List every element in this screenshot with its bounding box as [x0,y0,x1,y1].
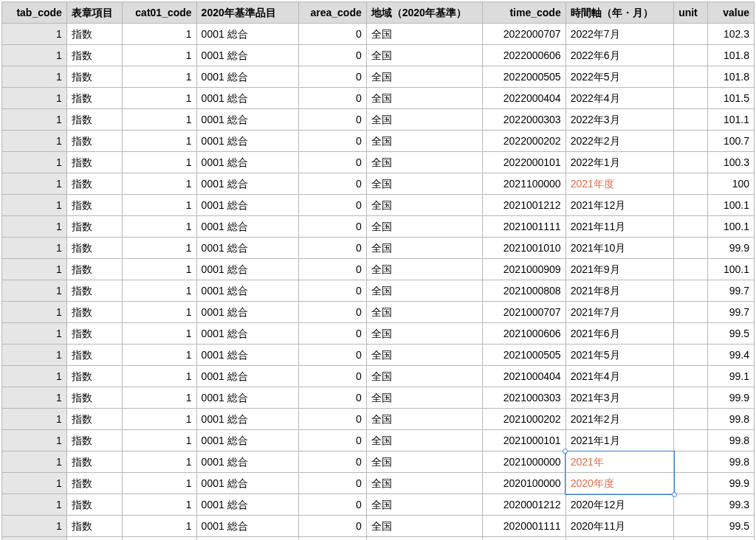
cell-hinmoku[interactable]: 0001 総合 [196,387,298,409]
cell-tab_code[interactable]: 1 [2,152,67,173]
cell-cat01_code[interactable]: 1 [123,409,196,430]
cell-unit[interactable] [674,280,708,302]
cell-time[interactable]: 2021年9月 [566,259,673,280]
cell-tab_code[interactable]: 1 [2,259,67,280]
cell-chiiki[interactable]: 全国 [366,451,482,473]
cell-hyosho[interactable]: 指数 [66,216,122,238]
cell-chiiki[interactable]: 全国 [366,173,482,195]
cell-hinmoku[interactable]: 0001 総合 [196,195,298,216]
cell-tab_code[interactable]: 1 [2,409,67,430]
cell-tab_code[interactable]: 1 [2,366,67,387]
cell-time[interactable]: 2021年7月 [566,302,673,323]
cell-time_code[interactable]: 2021000404 [482,366,566,387]
table-row[interactable]: 1指数10001 総合0全国20210001012021年1月99.8 [2,430,755,451]
cell-value[interactable]: 99.7 [708,280,755,302]
cell-hinmoku[interactable]: 0001 総合 [196,66,298,88]
col-header-hinmoku[interactable]: 2020年基準品目 [196,2,298,24]
cell-tab_code[interactable]: 1 [2,323,67,345]
cell-time[interactable]: 2021年12月 [566,195,673,216]
cell-tab_code[interactable]: 1 [2,173,67,195]
cell-hinmoku[interactable]: 0001 総合 [196,280,298,302]
cell-unit[interactable] [674,173,708,195]
cell-unit[interactable] [674,216,708,238]
cell-tab_code[interactable]: 1 [2,537,67,541]
cell-unit[interactable] [674,195,708,216]
cell-time[interactable]: 2021年10月 [566,238,673,259]
table-row[interactable]: 1指数10001 総合0全国20200012122020年12月99.3 [2,494,755,516]
cell-time_code[interactable]: 2021000909 [482,259,566,280]
cell-hinmoku[interactable]: 0001 総合 [196,451,298,473]
cell-cat01_code[interactable]: 1 [123,216,196,238]
cell-value[interactable]: 99.9 [708,473,755,494]
cell-tab_code[interactable]: 1 [2,195,67,216]
cell-cat01_code[interactable]: 1 [123,173,196,195]
cell-time_code[interactable]: 2022000606 [482,45,566,66]
cell-value[interactable]: 99.8 [708,537,755,541]
cell-value[interactable]: 100.3 [708,152,755,173]
cell-hinmoku[interactable]: 0001 総合 [196,323,298,345]
cell-area_code[interactable]: 0 [298,430,366,451]
cell-time[interactable]: 2020年10月 [566,537,673,541]
cell-cat01_code[interactable]: 1 [123,195,196,216]
cell-hyosho[interactable]: 指数 [66,88,122,109]
cell-unit[interactable] [674,537,708,541]
cell-time_code[interactable]: 2022000202 [482,131,566,152]
cell-unit[interactable] [674,45,708,66]
cell-time_code[interactable]: 2021100000 [482,173,566,195]
cell-hyosho[interactable]: 指数 [66,152,122,173]
cell-cat01_code[interactable]: 1 [123,430,196,451]
cell-time[interactable]: 2022年5月 [566,66,673,88]
cell-hyosho[interactable]: 指数 [66,259,122,280]
table-row[interactable]: 1指数10001 総合0全国20200011112020年11月99.5 [2,516,755,537]
cell-unit[interactable] [674,345,708,366]
table-row[interactable]: 1指数10001 総合0全国20210005052021年5月99.4 [2,345,755,366]
cell-time[interactable]: 2022年7月 [566,24,673,45]
cell-time[interactable]: 2021年11月 [566,216,673,238]
cell-unit[interactable] [674,152,708,173]
cell-area_code[interactable]: 0 [298,131,366,152]
cell-cat01_code[interactable]: 1 [123,88,196,109]
cell-hyosho[interactable]: 指数 [66,24,122,45]
cell-unit[interactable] [674,494,708,516]
cell-chiiki[interactable]: 全国 [366,195,482,216]
cell-value[interactable]: 99.8 [708,409,755,430]
table-row[interactable]: 1指数10001 総合0全国20220005052022年5月101.8 [2,66,755,88]
cell-unit[interactable] [674,109,708,131]
cell-value[interactable]: 101.5 [708,88,755,109]
cell-chiiki[interactable]: 全国 [366,430,482,451]
cell-time[interactable]: 2022年2月 [566,131,673,152]
cell-value[interactable]: 99.9 [708,238,755,259]
table-row[interactable]: 1指数10001 総合0全国20210003032021年3月99.9 [2,387,755,409]
cell-value[interactable]: 99.5 [708,516,755,537]
table-body[interactable]: 1指数10001 総合0全国20220007072022年7月102.31指数1… [2,24,755,541]
cell-time[interactable]: 2021年1月 [566,430,673,451]
table-row[interactable]: 1指数10001 総合0全国20220001012022年1月100.3 [2,152,755,173]
cell-unit[interactable] [674,430,708,451]
cell-area_code[interactable]: 0 [298,24,366,45]
cell-cat01_code[interactable]: 1 [123,451,196,473]
cell-time[interactable]: 2021年4月 [566,366,673,387]
cell-tab_code[interactable]: 1 [2,451,67,473]
cell-cat01_code[interactable]: 1 [123,259,196,280]
cell-hyosho[interactable]: 指数 [66,45,122,66]
cell-unit[interactable] [674,131,708,152]
cell-hyosho[interactable]: 指数 [66,516,122,537]
cell-value[interactable]: 99.7 [708,302,755,323]
col-header-tab_code[interactable]: tab_code [2,2,67,24]
cell-time[interactable]: 2020年11月 [566,516,673,537]
cell-area_code[interactable]: 0 [298,302,366,323]
cell-area_code[interactable]: 0 [298,345,366,366]
cell-area_code[interactable]: 0 [298,45,366,66]
cell-unit[interactable] [674,409,708,430]
cell-value[interactable]: 100 [708,173,755,195]
cell-tab_code[interactable]: 1 [2,66,67,88]
cell-tab_code[interactable]: 1 [2,280,67,302]
cell-area_code[interactable]: 0 [298,494,366,516]
cell-value[interactable]: 99.3 [708,494,755,516]
cell-time_code[interactable]: 2021000606 [482,323,566,345]
cell-time_code[interactable]: 2021000303 [482,387,566,409]
cell-area_code[interactable]: 0 [298,109,366,131]
table-row[interactable]: 1指数10001 総合0全国20210007072021年7月99.7 [2,302,755,323]
cell-time_code[interactable]: 2021000808 [482,280,566,302]
cell-chiiki[interactable]: 全国 [366,302,482,323]
